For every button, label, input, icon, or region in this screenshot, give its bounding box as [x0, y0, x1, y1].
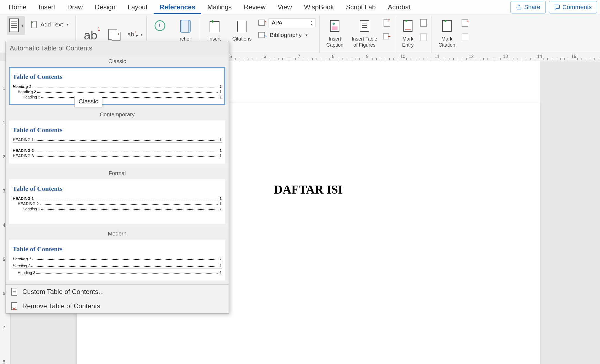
toc-preview-title: Table of Contents	[13, 185, 222, 192]
tab-home[interactable]: Home	[3, 0, 33, 14]
toc-line-text: HEADING 1	[13, 138, 35, 142]
toc-split-button[interactable]: ▾	[7, 16, 25, 35]
update-index-button[interactable]	[419, 33, 428, 42]
mark-entry-button[interactable]: Mark Entry	[399, 16, 417, 49]
svg-rect-38	[420, 34, 427, 41]
svg-text:i: i	[159, 22, 160, 28]
style-icon	[258, 19, 266, 26]
svg-rect-26	[360, 20, 369, 31]
tab-draw[interactable]: Draw	[61, 0, 89, 14]
spinner-icon: ▴▾	[311, 20, 312, 26]
citation-style-select[interactable]: APA ▴▾	[269, 18, 315, 27]
toc-line-text: Heading 3	[23, 95, 41, 99]
toc-line-page: 1	[218, 271, 222, 275]
comments-button[interactable]: Comments	[549, 1, 597, 14]
share-icon	[516, 4, 522, 10]
tab-insert[interactable]: Insert	[33, 0, 61, 14]
tab-layout[interactable]: Layout	[122, 0, 154, 14]
group-toa: Mark Citation	[432, 16, 473, 53]
next-footnote-button[interactable]: ab1▾	[127, 30, 143, 39]
toc-style-label: Modern	[6, 228, 229, 240]
remove-toc-label: Remove Table of Contents	[22, 302, 100, 310]
share-label: Share	[524, 4, 540, 11]
toc-preview-classic[interactable]: Table of Contents Heading 11 Heading 21 …	[9, 67, 225, 105]
toc-line-text: HEADING 2	[18, 202, 40, 206]
citation-style-value: APA	[272, 20, 282, 26]
update-tof-button[interactable]: !	[383, 18, 391, 28]
toc-style-classic: Classic Table of Contents Heading 11 Hea…	[6, 55, 229, 105]
toc-preview-formal[interactable]: Table of Contents HEADING 11 HEADING 21 …	[9, 179, 225, 224]
tab-review[interactable]: Review	[238, 0, 272, 14]
tab-acrobat[interactable]: Acrobat	[382, 0, 417, 14]
insert-caption-button[interactable]: Insert Caption	[323, 16, 346, 49]
svg-text:!: !	[388, 18, 389, 22]
bibliography-label: Bibliography	[270, 32, 302, 38]
svg-rect-24	[332, 26, 338, 30]
group-index: Mark Entry	[395, 16, 432, 53]
insert-endnote-button[interactable]: 1	[108, 28, 122, 41]
comment-icon	[554, 4, 560, 10]
toc-preview-title: Table of Contents	[13, 245, 222, 253]
custom-toc-button[interactable]: Custom Table of Contents...	[6, 285, 229, 299]
svg-text:+: +	[31, 20, 33, 25]
bibliography-button[interactable]: Bibliography ▾	[258, 31, 315, 39]
svg-rect-17	[210, 22, 219, 32]
custom-toc-label: Custom Table of Contents...	[22, 288, 104, 296]
add-text-button[interactable]: + Add Text ▾	[28, 19, 71, 30]
toc-style-contemporary: Contemporary Table of Contents HEADING 1…	[6, 109, 229, 164]
toc-line-text: Heading 2	[18, 90, 37, 94]
svg-rect-22	[259, 32, 265, 38]
share-button[interactable]: Share	[510, 1, 546, 14]
toc-line-text: Heading 2	[13, 264, 31, 268]
toc-line-text: Heading 1	[13, 257, 32, 261]
tab-mailings[interactable]: Mailings	[201, 0, 238, 14]
svg-text:ab: ab	[84, 28, 97, 42]
svg-rect-32	[383, 34, 389, 39]
smart-lookup-button[interactable]: i	[151, 16, 170, 36]
researcher-button[interactable]: rcher	[175, 16, 195, 43]
document-remove-icon	[11, 302, 18, 311]
toc-line-text: HEADING 2	[13, 148, 35, 153]
bibliography-icon	[258, 31, 267, 39]
chevron-down-icon: ▾	[141, 32, 143, 37]
insert-tof-button[interactable]: Insert Table of Figures	[349, 16, 380, 49]
tab-design[interactable]: Design	[89, 0, 122, 14]
toc-line-page: 1	[218, 95, 222, 99]
svg-rect-33	[403, 20, 412, 31]
toc-line-text: HEADING 3	[13, 154, 35, 158]
toc-preview-contemporary[interactable]: Table of Contents HEADING 11 HEADING 21 …	[9, 121, 225, 164]
insert-index-button[interactable]	[419, 18, 428, 28]
ribbon-tabs: Home Insert Draw Design Layout Reference…	[0, 0, 600, 14]
insert-toa-button[interactable]	[461, 18, 469, 28]
toc-gallery[interactable]: Classic Table of Contents Heading 11 Hea…	[6, 55, 229, 284]
svg-rect-20	[237, 21, 246, 32]
toc-preview-modern[interactable]: Table of Contents Heading 11 Heading 21 …	[9, 240, 225, 280]
svg-text:1: 1	[98, 27, 100, 31]
remove-toc-button[interactable]: Remove Table of Contents	[6, 299, 229, 313]
tab-wispbook[interactable]: WispBook	[298, 0, 340, 14]
cross-reference-button[interactable]	[383, 33, 391, 40]
tooltip: Classic	[74, 96, 102, 107]
citations-button[interactable]: Citations	[229, 16, 254, 43]
tab-view[interactable]: View	[272, 0, 298, 14]
toc-style-label: Formal	[6, 167, 229, 179]
toc-line-page: 1	[218, 154, 222, 158]
toc-line-page: 1	[218, 257, 222, 261]
svg-point-25	[333, 23, 335, 25]
chevron-down-icon: ▾	[306, 33, 307, 37]
toc-panel-header: Automatic Table of Contents	[6, 41, 229, 55]
toc-line-page: 1	[218, 90, 222, 94]
tab-references[interactable]: References	[154, 0, 201, 14]
svg-rect-39	[443, 20, 451, 31]
update-toa-button[interactable]	[461, 33, 469, 42]
tab-scriptlab[interactable]: Script Lab	[340, 0, 382, 14]
mark-citation-button[interactable]: Mark Citation	[436, 16, 458, 49]
toc-line-page: 1	[218, 84, 222, 89]
toc-icon	[8, 18, 20, 33]
toc-line-page: 1	[218, 202, 222, 206]
mark-citation-label: Mark Citation	[438, 36, 455, 48]
toc-style-modern: Modern Table of Contents Heading 11 Head…	[6, 228, 229, 280]
svg-rect-45	[12, 288, 17, 295]
chevron-down-icon: ▾	[67, 22, 69, 27]
svg-text:1: 1	[135, 31, 136, 34]
